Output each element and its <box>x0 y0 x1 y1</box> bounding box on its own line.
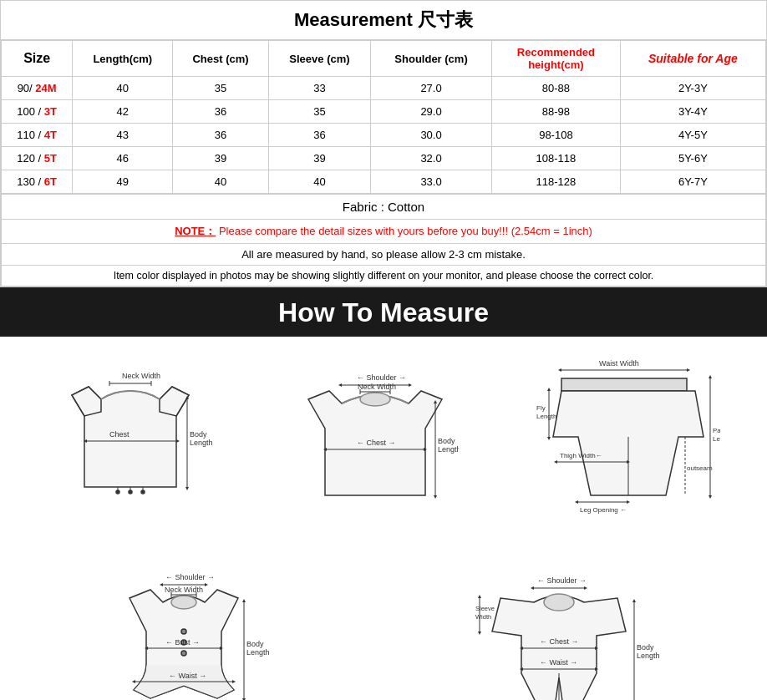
col-sleeve: Sleeve (cm) <box>268 41 370 77</box>
svg-point-51 <box>181 629 186 634</box>
svg-marker-36 <box>547 388 551 391</box>
svg-point-70 <box>544 594 574 611</box>
sleeve-width-label: Sleeve <box>475 605 495 612</box>
svg-rect-30 <box>561 378 687 391</box>
how-to-section: How To Measure <box>0 287 767 337</box>
main-title: Measurement 尺寸表 <box>1 1 766 40</box>
note-row: NOTE： Please compare the detail sizes wi… <box>2 220 766 244</box>
how-to-title: How To Measure <box>0 297 767 328</box>
note-cell: NOTE： Please compare the detail sizes wi… <box>2 220 766 244</box>
sleeve-cell: 33 <box>268 77 370 100</box>
diagram-onesie: Neck Width Chest Body Length <box>47 353 214 523</box>
sleeve-cell: 36 <box>268 124 370 147</box>
waist-width-label: Waist Width <box>599 359 639 368</box>
svg-marker-77 <box>584 586 587 590</box>
neck-width-label: Neck Width <box>122 372 160 380</box>
size-cell: 120 / 5T <box>2 147 73 170</box>
shoulder-cell: 32.0 <box>371 147 492 170</box>
size-table: Size Length(cm) Chest (cm) Sleeve (cm) S… <box>1 40 766 194</box>
fabric-table: Fabric : Cotton NOTE： Please compare the… <box>1 194 766 287</box>
diagrams-row-1: Neck Width Chest Body Length <box>8 353 759 531</box>
svg-text:Length: Length <box>637 652 660 660</box>
table-row: 100 / 3T42363529.088-983Y-4Y <box>2 100 766 124</box>
height-cell: 98-108 <box>492 124 621 147</box>
chest-cell: 39 <box>173 147 269 170</box>
diagram-dress: ← Shoulder → Neck Width ← Bust → ← Waist… <box>100 556 292 700</box>
diagrams-section: Neck Width Chest Body Length <box>0 337 767 700</box>
table-row: 120 / 5T46393932.0108-1185Y-6Y <box>2 147 766 170</box>
table-row: 90/ 24M40353327.080-882Y-3Y <box>2 77 766 100</box>
romper-svg: ← Shoulder → Sleeve Width ← Chest → ← Wa… <box>475 556 668 700</box>
thigh-width-label: Thigh Width← <box>560 452 602 459</box>
body-length-label-dress: Body <box>246 640 264 648</box>
svg-point-53 <box>181 651 186 656</box>
chest-label: Chest <box>109 430 130 439</box>
note-text: Please compare the detail sizes with you… <box>219 225 592 237</box>
age-cell: 6Y-7Y <box>620 170 765 194</box>
neck-width-label-dress: Neck Width <box>165 586 203 594</box>
age-cell: 5Y-6Y <box>620 147 765 170</box>
col-chest: Chest (cm) <box>173 41 269 77</box>
diagram-shirt: ← Shoulder → Neck Width ← Chest → Body L… <box>292 353 459 523</box>
outseam-label: outseam <box>687 464 713 472</box>
svg-point-3 <box>116 490 119 494</box>
age-cell: 4Y-5Y <box>620 124 765 147</box>
col-shoulder: Shoulder (cm) <box>371 41 492 77</box>
svg-point-4 <box>129 490 132 494</box>
svg-point-16 <box>360 393 390 406</box>
height-cell: 108-118 <box>492 147 621 170</box>
color-note-row: Item color displayed in photos may be sh… <box>2 266 766 287</box>
shoulder-label-2: ← Shoulder → <box>357 373 406 382</box>
sleeve-cell: 35 <box>268 100 370 124</box>
svg-marker-41 <box>709 495 712 499</box>
svg-text:Length: Length <box>536 413 556 420</box>
svg-marker-11 <box>176 439 180 443</box>
svg-text:Length: Length <box>246 648 270 657</box>
shoulder-cell: 29.0 <box>371 100 492 124</box>
sleeve-cell: 39 <box>268 147 370 170</box>
size-table-section: Measurement 尺寸表 Size Length(cm) Chest (c… <box>0 0 767 287</box>
chest-label-2: ← Chest → <box>357 439 396 447</box>
fabric-row: Fabric : Cotton <box>2 195 766 220</box>
fabric-text: Fabric : Cotton <box>2 195 766 220</box>
diagram-romper: ← Shoulder → Sleeve Width ← Chest → ← Wa… <box>475 556 668 700</box>
svg-marker-40 <box>709 375 712 378</box>
table-row: 110 / 4T43363630.098-1084Y-5Y <box>2 124 766 147</box>
age-cell: 2Y-3Y <box>620 77 765 100</box>
dress-svg: ← Shoulder → Neck Width ← Bust → ← Waist… <box>100 556 292 700</box>
chest-label-romper: ← Chest → <box>540 637 579 646</box>
waist-label-dress: ← Waist → <box>169 672 206 680</box>
svg-marker-48 <box>575 500 578 504</box>
chest-cell: 35 <box>173 77 269 100</box>
col-suitable: Suitable for Age <box>620 41 765 77</box>
svg-marker-28 <box>434 495 437 499</box>
hand-note-row: All are measured by hand, so please allo… <box>2 244 766 266</box>
waist-label-romper: ← Waist → <box>540 658 577 667</box>
svg-marker-56 <box>205 583 208 586</box>
length-cell: 49 <box>73 170 173 194</box>
svg-marker-14 <box>185 487 189 490</box>
neck-width-label-2: Neck Width <box>358 383 396 391</box>
svg-marker-64 <box>132 680 135 683</box>
size-cell: 110 / 4T <box>2 124 73 147</box>
col-size: Size <box>2 41 73 77</box>
svg-point-5 <box>141 490 145 494</box>
length-cell: 40 <box>73 77 173 100</box>
height-cell: 88-98 <box>492 100 621 124</box>
shoulder-cell: 30.0 <box>371 124 492 147</box>
svg-marker-34 <box>687 368 690 372</box>
svg-text:Width: Width <box>475 613 491 621</box>
fly-length-label: Fly <box>536 404 546 412</box>
onesie-svg: Neck Width Chest Body Length <box>47 353 214 520</box>
svg-marker-18 <box>338 383 342 387</box>
svg-text:Length: Length <box>713 435 720 443</box>
svg-marker-79 <box>478 595 481 598</box>
color-note-text: Item color displayed in photos may be sh… <box>2 266 766 287</box>
height-cell: 80-88 <box>492 77 621 100</box>
length-cell: 46 <box>73 147 173 170</box>
svg-marker-19 <box>409 383 412 387</box>
svg-marker-37 <box>547 437 551 440</box>
sleeve-cell: 40 <box>268 170 370 194</box>
col-recommended: Recommendedheight(cm) <box>492 41 621 77</box>
shoulder-label-dress: ← Shoulder → <box>165 573 215 581</box>
